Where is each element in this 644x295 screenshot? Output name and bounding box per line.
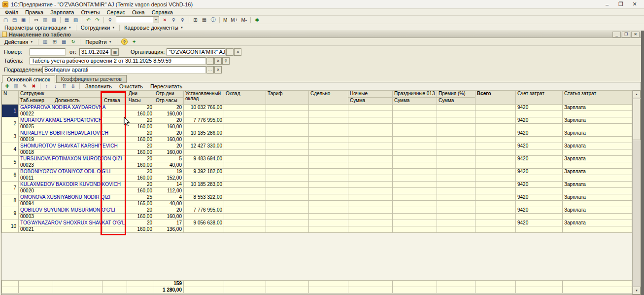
bonus-sum-cell[interactable] <box>437 169 475 175</box>
position-cell[interactable] <box>53 137 102 143</box>
worked-hours-cell[interactable]: 40,00 <box>154 201 184 207</box>
piecework-cell[interactable] <box>309 194 348 201</box>
department-select-button[interactable]: ... <box>206 66 214 74</box>
refresh-icon[interactable]: ↻ <box>69 38 77 45</box>
document-restore-button[interactable]: ❐ <box>622 32 630 37</box>
menu-help[interactable]: Справка <box>148 9 176 15</box>
maximize-button[interactable]: ❐ <box>614 0 628 8</box>
clear-find-icon[interactable]: ✕ <box>161 16 169 24</box>
set-salary-cell[interactable]: 10 185 283,00 <box>184 182 224 188</box>
cost-item-cell[interactable]: Зарплата <box>563 143 632 149</box>
tariff-cell[interactable] <box>266 117 309 124</box>
set-salary-cell[interactable]: 9 056 638,00 <box>184 220 224 226</box>
set-salary-cell[interactable]: 9 483 694,00 <box>184 156 224 162</box>
night-sum-cell[interactable] <box>348 117 393 124</box>
row-number-cell[interactable]: 8 <box>2 194 19 207</box>
days-cell[interactable]: 20 <box>127 117 154 124</box>
employee-name-cell[interactable]: BOBONIYOZOV OTANIYOZ ODIL O'G'LI <box>19 169 127 175</box>
date-input[interactable]: 31.01.2024 <box>79 48 111 56</box>
piecework-cell[interactable] <box>309 220 348 226</box>
employee-name-cell[interactable]: MURATOV AKMAL SHAPOATOVICH <box>19 117 127 124</box>
vertical-scrollbar[interactable]: ▲ ▼ <box>632 90 641 295</box>
total-cell[interactable] <box>475 130 516 137</box>
employee-name-cell[interactable]: NURALIYEV BOBIR ISHDAVLATOVICH <box>19 130 127 137</box>
goto-button[interactable]: Перейти ▼ <box>83 38 114 45</box>
memory-plus-button[interactable]: М+ <box>229 17 239 23</box>
night-sum-cell[interactable] <box>348 105 393 111</box>
cost-item-cell[interactable]: Зарплата <box>563 207 632 214</box>
move-up-icon[interactable]: ↑ <box>42 82 51 90</box>
hr-documents-button[interactable]: Кадровые документы ▼ <box>121 24 186 31</box>
salary-cell[interactable] <box>224 105 266 111</box>
open-icon[interactable]: ▤ <box>10 16 19 24</box>
tabel-select-button[interactable]: ... <box>206 57 214 65</box>
row-number-cell[interactable]: 6 <box>2 169 19 182</box>
salary-cell[interactable] <box>224 130 266 137</box>
new-document-icon[interactable]: ▢ <box>1 16 10 24</box>
cost-item-cell[interactable]: Зарплата <box>563 169 632 175</box>
tab-number-cell[interactable]: 00094 <box>19 201 53 207</box>
bonus-sum-cell[interactable] <box>437 130 475 137</box>
piecework-cell[interactable] <box>309 130 348 137</box>
position-cell[interactable] <box>53 201 102 207</box>
cost-account-cell[interactable]: 9420 <box>516 220 563 226</box>
worked-hours-cell[interactable]: 160,00 <box>154 137 184 143</box>
find-icon[interactable]: ⚲ <box>106 16 114 24</box>
minimize-button[interactable]: – <box>600 0 614 8</box>
holiday-sum-cell[interactable] <box>393 143 437 149</box>
help-icon[interactable]: ? <box>121 38 128 45</box>
find-history-combo[interactable]: ▼ <box>116 16 159 23</box>
holiday-sum-cell[interactable] <box>393 220 437 226</box>
worked-days-cell[interactable]: 19 <box>154 169 184 175</box>
row-number-cell[interactable]: 9 <box>2 207 19 220</box>
bonus-sum-cell[interactable] <box>437 207 475 214</box>
organization-select-button[interactable]: ... <box>226 48 234 56</box>
sort-descending-icon[interactable]: ⇊ <box>69 82 77 90</box>
cost-account-cell[interactable]: 9420 <box>516 143 563 149</box>
copy-row-icon[interactable]: ▥ <box>12 82 20 90</box>
scroll-down-icon[interactable]: ▼ <box>633 287 641 295</box>
cost-account-cell[interactable]: 9420 <box>516 182 563 188</box>
cost-item-cell[interactable]: Зарплата <box>563 130 632 137</box>
total-cell[interactable] <box>475 169 516 175</box>
cost-account-cell[interactable]: 9420 <box>516 194 563 201</box>
row-number-cell[interactable]: 5 <box>2 156 19 169</box>
worked-hours-cell[interactable]: 40,00 <box>154 162 184 169</box>
menu-windows[interactable]: Окна <box>129 9 148 15</box>
save-icon[interactable]: ▣ <box>19 16 28 24</box>
employee-name-cell[interactable]: KULAXMEDOV BAXODIR KUVONDIKOVICH <box>19 182 127 188</box>
worked-hours-cell[interactable]: 160,00 <box>154 124 184 130</box>
night-sum-cell[interactable] <box>348 182 393 188</box>
holiday-sum-cell[interactable] <box>393 117 437 124</box>
tariff-cell[interactable] <box>266 220 309 226</box>
employee-name-cell[interactable]: SHOMUROTOV SHAVKAT KARSHIYEVICH <box>19 143 127 149</box>
worked-days-cell[interactable]: 5 <box>154 156 184 162</box>
set-salary-cell[interactable]: 12 427 330,00 <box>184 143 224 149</box>
menu-edit[interactable]: Правка <box>22 9 47 15</box>
tab-number-cell[interactable]: 00021 <box>19 226 53 233</box>
tariff-cell[interactable] <box>266 169 309 175</box>
days-cell[interactable]: 20 <box>127 156 154 162</box>
tab-number-cell[interactable]: 00011 <box>19 175 53 182</box>
sort-ascending-icon[interactable]: ⇈ <box>60 82 68 90</box>
tariff-cell[interactable] <box>266 156 309 162</box>
cost-item-cell[interactable]: Зарплата <box>563 220 632 226</box>
worked-days-cell[interactable]: 20 <box>154 130 184 137</box>
department-clear-button[interactable]: ✕ <box>214 66 222 74</box>
tariff-cell[interactable] <box>266 130 309 137</box>
tabel-open-button[interactable]: ⚲ <box>222 57 230 65</box>
worked-days-cell[interactable]: 20 <box>154 105 184 111</box>
salary-cell[interactable] <box>224 194 266 201</box>
night-sum-cell[interactable] <box>348 220 393 226</box>
position-cell[interactable] <box>53 111 102 117</box>
delete-row-icon[interactable]: ✖ <box>30 82 38 90</box>
rate-cell[interactable] <box>102 149 127 156</box>
worked-hours-cell[interactable]: 136,00 <box>154 226 184 233</box>
organization-input[interactable]: "O'ZVAGONTA'MIR" AJ (Termiz vago <box>167 48 226 56</box>
bonus-sum-cell[interactable] <box>437 156 475 162</box>
tab-number-cell[interactable]: 00003 <box>19 214 53 220</box>
worked-days-cell[interactable]: 20 <box>154 117 184 124</box>
menu-salary[interactable]: Зарплата <box>47 9 77 15</box>
tab-number-cell[interactable]: 00023 <box>19 162 53 169</box>
rate-cell[interactable] <box>102 175 127 182</box>
